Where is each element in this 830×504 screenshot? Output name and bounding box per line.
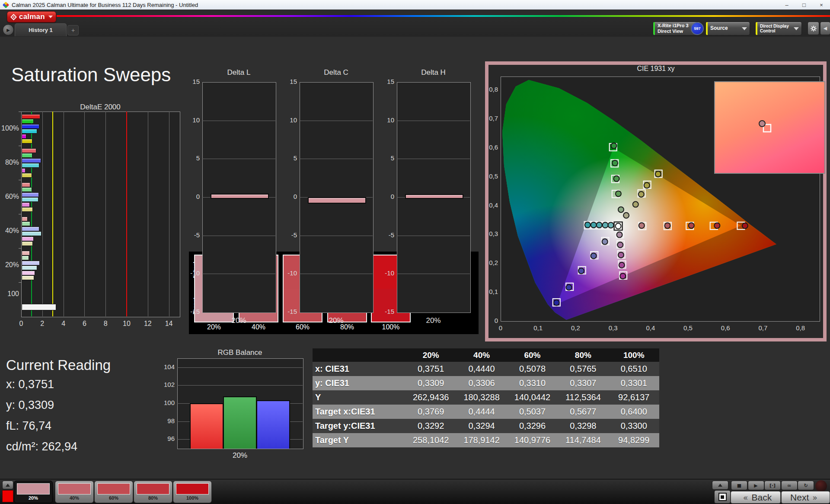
table-cell: 178,9142	[456, 433, 507, 447]
table-cell: 0,3310	[507, 376, 558, 390]
step-label: 60%	[95, 495, 133, 501]
table-row: Target Y258,1042178,9142140,9776114,7484…	[313, 433, 659, 447]
minimize-button[interactable]: –	[778, 0, 795, 9]
measured-point	[644, 182, 650, 188]
current-color-indicator	[2, 490, 13, 502]
play-button[interactable]: ▶	[748, 481, 764, 490]
calman-menu-button[interactable]: calman	[7, 11, 56, 22]
bar	[22, 251, 30, 255]
expand-transport-button[interactable]	[712, 481, 728, 490]
grid-line	[397, 274, 470, 274]
grid-line	[177, 385, 303, 386]
bar	[22, 261, 40, 265]
expand-strip-button[interactable]	[2, 481, 13, 489]
table-cell: 114,7484	[558, 433, 608, 447]
step-swatch	[17, 483, 50, 494]
tick-mark	[19, 146, 21, 146]
display-control-label: Direct Display Control	[757, 24, 794, 34]
tick-label: 0,2	[483, 259, 498, 266]
infinity-icon: ∞	[787, 483, 791, 488]
table-cell: 94,8299	[609, 433, 659, 447]
tab-scroll-button[interactable]: ▶	[3, 24, 14, 35]
add-tab-button[interactable]: +	[67, 25, 79, 35]
table-cell: 0,4444	[456, 405, 507, 419]
saturation-step-20%[interactable]: 20%	[14, 481, 53, 503]
table-cell: 140,9776	[507, 433, 558, 447]
close-button[interactable]: ×	[813, 0, 830, 9]
source-dropdown[interactable]: Source	[706, 22, 750, 35]
bar	[211, 194, 269, 199]
continuous-button[interactable]: ∞	[781, 481, 798, 490]
saturation-step-60%[interactable]: 60%	[94, 481, 133, 503]
measured-point	[591, 253, 597, 258]
tick-label: 6	[78, 320, 91, 328]
rgb-title: RGB Balance	[177, 348, 303, 357]
grid-line	[300, 159, 373, 159]
column-header: 100%	[609, 348, 659, 362]
title-bar: Calman 2025 Calman Ultimate for Business…	[0, 0, 830, 10]
table-cell: 0,3296	[507, 419, 558, 433]
bar	[22, 231, 42, 236]
column-header: 80%	[558, 348, 608, 362]
tick-label: 0	[15, 320, 28, 328]
measured-point	[608, 222, 614, 228]
measured-point	[612, 160, 618, 166]
measured-point	[585, 222, 591, 228]
grid-line	[64, 112, 64, 316]
bar	[22, 255, 29, 260]
bar	[22, 153, 32, 158]
table-cell: 0,5765	[558, 362, 608, 376]
bar	[405, 194, 463, 199]
maximize-button[interactable]: □	[795, 0, 813, 9]
table-cell: 0,3301	[609, 376, 659, 390]
tick-label: 15	[182, 78, 200, 85]
bar	[22, 236, 34, 241]
bar	[22, 114, 40, 119]
tick-label: 0,3	[483, 230, 498, 237]
bar	[22, 168, 26, 173]
delta-title: Delta H	[397, 68, 470, 77]
settings-button[interactable]	[808, 22, 819, 35]
table-cell: 92,6137	[609, 390, 659, 405]
meter-count-badge[interactable]: 597	[691, 22, 704, 35]
cie-zoom-inset	[714, 81, 825, 174]
reference-line	[126, 112, 127, 316]
single-measure-button[interactable]: [·]	[764, 481, 781, 490]
saturation-step-100%[interactable]: 100%	[173, 481, 212, 503]
table-row: x: CIE310,37510,44400,50780,57650,6510	[313, 362, 659, 376]
row-label: Target x:CIE31	[313, 405, 405, 419]
deltae-title: DeltaE 2000	[4, 103, 197, 112]
tick-mark	[19, 180, 21, 180]
table-cell: 0,3307	[558, 376, 608, 390]
table-cell: 140,0442	[507, 390, 558, 405]
tab-history-1[interactable]: History 1	[15, 23, 67, 36]
stop-pattern-button[interactable]	[714, 490, 731, 504]
chevrons-left-icon: «	[743, 493, 748, 502]
bar	[22, 304, 56, 310]
tick-label: 0,8	[792, 324, 809, 332]
category-label: 20%	[177, 451, 303, 460]
collapse-panel-button[interactable]: ◀	[820, 22, 830, 35]
saturation-step-40%[interactable]: 40%	[55, 481, 94, 503]
page-title: Saturation Sweeps	[11, 64, 171, 86]
tick-label: 0,7	[754, 324, 772, 332]
stop-button[interactable]: ■	[731, 481, 747, 490]
column-header: 20%	[405, 348, 456, 362]
gear-icon	[810, 25, 817, 32]
bar	[22, 202, 30, 207]
table-cell: 0,6400	[609, 405, 659, 419]
next-button[interactable]: Next »	[781, 491, 830, 504]
column-header	[313, 348, 405, 362]
measured-point	[602, 239, 608, 245]
next-label: Next	[790, 492, 809, 503]
tick-mark	[19, 248, 21, 249]
tick-label: 14	[163, 320, 176, 328]
table-cell: 0,5078	[507, 362, 558, 376]
back-button[interactable]: « Back	[731, 491, 781, 504]
measured-point	[664, 223, 670, 228]
grid-line	[202, 236, 275, 236]
saturation-step-80%[interactable]: 80%	[134, 481, 172, 503]
loop-button[interactable]: ↻	[798, 481, 814, 490]
display-control-dropdown[interactable]: Direct Display Control	[755, 22, 802, 35]
tick-label: 0,1	[530, 324, 547, 332]
